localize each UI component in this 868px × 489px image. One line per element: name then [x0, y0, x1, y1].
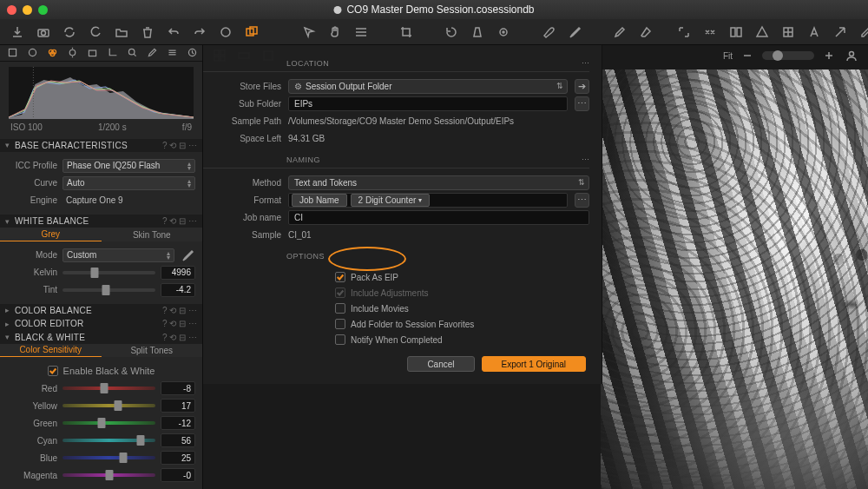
brush-icon[interactable] — [613, 24, 627, 40]
store-goto-button[interactable]: ➔ — [575, 79, 589, 94]
hand-icon[interactable] — [328, 24, 342, 40]
zoom-window[interactable] — [38, 5, 48, 15]
curve-select[interactable]: Auto▴▾ — [62, 176, 195, 190]
minimize-window[interactable] — [23, 5, 32, 15]
user-icon[interactable] — [844, 48, 859, 63]
meta-tab-icon[interactable] — [187, 47, 198, 59]
bw-tab-split[interactable]: Split Tones — [102, 344, 203, 357]
redo-icon[interactable] — [193, 24, 207, 40]
panel-color-balance[interactable]: ▸COLOR BALANCE ? ⟲ ⊟ ⋯ — [0, 304, 202, 317]
svg-rect-19 — [89, 50, 95, 56]
lens-tab-icon[interactable] — [87, 47, 98, 59]
color-tab-icon[interactable] — [47, 47, 58, 59]
annotate-icon[interactable] — [807, 24, 821, 40]
panel-base-characteristics[interactable]: ▾BASE CHARACTERISTICS ? ⟲ ⊟ ⋯ — [0, 139, 202, 152]
bw-yellow-value[interactable]: 17 — [161, 399, 195, 413]
undo-icon[interactable] — [167, 24, 181, 40]
windows-icon[interactable] — [245, 24, 259, 40]
spot-icon[interactable] — [496, 24, 510, 40]
bw-magenta-value[interactable]: -0 — [161, 468, 195, 482]
add-favorites-checkbox[interactable] — [335, 319, 345, 329]
edit-icon[interactable] — [859, 24, 868, 40]
reset-icon[interactable] — [89, 24, 102, 40]
pack-eip-checkbox[interactable] — [335, 272, 345, 282]
import-icon[interactable] — [10, 24, 24, 40]
format-tokens-field[interactable]: Job Name 2 Digit Counter ▾ — [288, 193, 568, 208]
compare-icon[interactable] — [703, 24, 717, 40]
crop-tab-icon[interactable] — [107, 47, 118, 59]
warning-icon[interactable] — [755, 24, 769, 40]
subfolder-input[interactable]: EIPs — [288, 96, 568, 111]
export-button[interactable]: Export 1 Original — [482, 356, 586, 372]
bw-cyan-slider[interactable] — [62, 439, 155, 442]
cancel-button[interactable]: Cancel — [407, 356, 474, 372]
eyedropper-icon[interactable] — [568, 24, 582, 40]
wb-mode-select[interactable]: Custom▴▾ — [62, 248, 174, 262]
adjust-tab-icon[interactable] — [167, 47, 178, 59]
token-counter[interactable]: 2 Digit Counter ▾ — [351, 194, 431, 207]
library-tab-icon[interactable] — [7, 47, 18, 59]
space-left: 94.31 GB — [288, 134, 325, 143]
rotate-icon[interactable] — [444, 24, 458, 40]
panel-white-balance[interactable]: ▾WHITE BALANCE ? ⟲ ⊟ ⋯ — [0, 215, 202, 228]
bw-blue-slider[interactable] — [62, 456, 155, 459]
zoom-out-icon[interactable] — [740, 48, 755, 63]
bw-blue-value[interactable]: 25 — [161, 451, 195, 465]
bw-green-value[interactable]: -12 — [161, 416, 195, 430]
svg-point-30 — [850, 52, 854, 56]
sample-path: /Volumes/Storage/CO9 Master Demo Session… — [288, 116, 514, 126]
icc-profile-select[interactable]: Phase One IQ250 Flash▴▾ — [62, 159, 195, 173]
trash-icon[interactable] — [141, 24, 155, 40]
kelvin-slider[interactable] — [62, 271, 155, 274]
exposure-tab-icon[interactable] — [67, 47, 78, 59]
keystone-icon[interactable] — [470, 24, 484, 40]
mask-draw-icon[interactable] — [542, 24, 556, 40]
bw-red-slider[interactable] — [62, 387, 155, 390]
bw-cyan-value[interactable]: 56 — [161, 433, 195, 447]
close-window[interactable] — [7, 5, 16, 15]
bw-green-slider[interactable] — [62, 421, 155, 425]
capture-tab-icon[interactable] — [27, 47, 38, 59]
panel-color-editor[interactable]: ▸COLOR EDITOR ? ⟲ ⊟ ⋯ — [0, 317, 202, 330]
folder-open-icon[interactable] — [115, 24, 128, 40]
bw-magenta-slider[interactable] — [62, 473, 155, 477]
bw-red-value[interactable]: -8 — [161, 381, 195, 395]
notify-checkbox[interactable] — [335, 334, 345, 345]
autorotate-icon[interactable] — [219, 24, 233, 40]
format-menu-button[interactable]: ⋯ — [575, 193, 589, 208]
jobname-input[interactable]: CI — [288, 210, 589, 225]
image-preview[interactable] — [601, 69, 868, 489]
details-tab-icon[interactable] — [127, 47, 138, 59]
subfolder-menu-button[interactable]: ⋯ — [575, 96, 589, 111]
token-job-name[interactable]: Job Name — [292, 194, 347, 207]
stack-icon[interactable] — [354, 24, 368, 40]
zoom-slider[interactable] — [762, 51, 814, 60]
naming-method-select[interactable]: Text and Tokens — [288, 175, 589, 190]
svg-rect-6 — [731, 28, 735, 36]
tint-value[interactable]: -4.2 — [161, 283, 195, 297]
cursor-v-icon[interactable] — [302, 24, 316, 40]
arrow-tl-icon[interactable] — [833, 24, 847, 40]
enable-bw-checkbox[interactable] — [48, 366, 58, 376]
eyedropper-wb-icon[interactable] — [180, 248, 195, 263]
panel-black-white[interactable]: ▾BLACK & WHITE ? ⟲ ⊟ ⋯ — [0, 330, 202, 343]
expand-icon[interactable] — [677, 24, 691, 40]
include-movies-checkbox[interactable] — [335, 303, 345, 314]
wb-tab-grey[interactable]: Grey — [0, 228, 102, 241]
grid-icon[interactable] — [781, 24, 795, 40]
kelvin-value[interactable]: 4996 — [161, 266, 195, 280]
bw-yellow-slider[interactable] — [62, 404, 155, 407]
wb-tab-skin[interactable]: Skin Tone — [102, 228, 203, 241]
crop-icon[interactable] — [399, 24, 413, 40]
camera-icon[interactable] — [36, 24, 50, 40]
bw-tab-sensitivity[interactable]: Color Sensitivity — [0, 344, 102, 357]
store-files-select[interactable]: Session Output Folder — [288, 79, 568, 94]
zoom-in-icon[interactable] — [821, 48, 837, 63]
eraser-icon[interactable] — [639, 24, 653, 40]
tint-slider[interactable] — [62, 288, 155, 292]
svg-rect-13 — [9, 50, 16, 56]
refresh-icon[interactable] — [62, 24, 76, 40]
window-title: CO9 Master Demo Session.cosessiondb — [333, 3, 534, 16]
multiview-icon[interactable] — [729, 24, 743, 40]
local-tab-icon[interactable] — [147, 47, 158, 59]
